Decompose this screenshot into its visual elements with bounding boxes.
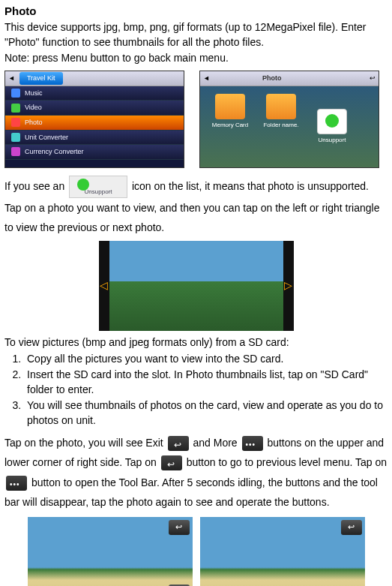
thumb-label: Folder name. (263, 121, 298, 129)
menu-item-photo: Photo (5, 116, 184, 131)
unsupport-icon (317, 109, 347, 134)
step-1: Copy all the pictures you want to view i… (24, 352, 388, 367)
next-arrow-icon: ▷ (283, 241, 294, 331)
prev-arrow-icon: ◁ (99, 241, 109, 331)
folder-icon (266, 94, 296, 119)
exit-more-paragraph: Tap on the photo, you will see Exit and … (4, 433, 388, 512)
text-fragment: button to go to previous level menu. Tap… (187, 456, 387, 468)
exit-button-icon (161, 455, 182, 470)
text-fragment: Tap on the photo, you will see Exit (4, 437, 166, 449)
exit-corner-button: ↩ (341, 520, 362, 535)
more-button-icon (242, 436, 263, 451)
sd-card-steps: Copy all the pictures you want to view i… (4, 352, 388, 428)
unit-icon (11, 133, 20, 142)
currency-icon (11, 147, 20, 156)
page-heading: Photo (4, 3, 388, 19)
step-2: Insert the SD card into the slot. In Pho… (24, 368, 388, 397)
exit-corner-button: ↩ (169, 520, 190, 535)
screenshot-toolbar: ◄ Photo ↩ (200, 71, 379, 86)
menu-list: Music Video Photo Unit Converter Currenc… (5, 86, 184, 167)
unsupport-paragraph: If you see an Unsupport icon on the list… (4, 176, 388, 238)
intro-paragraph-2: Note: press Menu button to go back main … (4, 51, 388, 66)
screenshot-photo-thumbs: ◄ Photo ↩ Memory Card Folder name. Unsup… (199, 71, 379, 168)
thumb-label: Unsupport (319, 136, 346, 144)
photo-viewer-screenshot: ◁ ▷ (99, 241, 294, 331)
video-icon (11, 104, 20, 113)
back-icon: ◄ (8, 74, 15, 83)
thumb-folder: Folder name. (259, 94, 304, 139)
photo-content (28, 517, 193, 586)
screenshot-toolbar: ◄ Travel Kit (5, 71, 184, 86)
toolbar-title: Photo (262, 74, 282, 83)
text-fragment: If you see an (4, 179, 67, 191)
screenshot-travel-kit: ◄ Travel Kit Music Video Photo Unit Conv… (4, 71, 184, 168)
screenshot-viewer-buttons: ↩ ⋯ (28, 517, 193, 586)
menu-item-video: Video (5, 101, 184, 116)
folder-icon (215, 94, 245, 119)
photo-icon (11, 118, 20, 127)
menu-label: Video (25, 103, 42, 113)
thumb-unsupport: Unsupport (310, 109, 355, 154)
thumbnail-grid: Memory Card Folder name. Unsupport (200, 86, 379, 167)
text-fragment: and More (193, 437, 240, 449)
menu-label: Photo (25, 118, 43, 128)
sd-card-intro: To view pictures (bmp and jpeg formats o… (4, 335, 388, 350)
thumb-memory-card: Memory Card (208, 94, 253, 139)
photo-content (109, 241, 283, 331)
more-button-icon (6, 476, 27, 491)
music-icon (11, 89, 20, 98)
screenshot-viewer-toolbar: ↩ ↩ + − ⛶ ⟲ ▶ ⋯ ⌄ (200, 517, 365, 586)
menu-label: Currency Converter (25, 147, 84, 157)
step-3: You will see thumbnails of photos on the… (24, 398, 388, 428)
return-icon: ↩ (370, 74, 376, 83)
toolbar-tab-label: Travel Kit (19, 72, 63, 85)
screenshots-row-bottom: ↩ ⋯ ↩ ↩ + − ⛶ ⟲ ▶ ⋯ ⌄ (4, 517, 388, 586)
exit-button-icon (168, 436, 189, 451)
screenshots-row-top: ◄ Travel Kit Music Video Photo Unit Conv… (4, 71, 388, 168)
menu-item-music: Music (5, 86, 184, 101)
back-icon: ◄ (203, 74, 210, 83)
photo-content (200, 517, 365, 586)
menu-item-unit-converter: Unit Converter (5, 131, 184, 146)
unsupport-inline-icon: Unsupport (69, 176, 127, 198)
menu-item-currency-converter: Currency Converter (5, 145, 184, 160)
text-fragment: button to open the Tool Bar. After 5 sec… (4, 476, 378, 509)
unsupport-inline-label: Unsupport (70, 186, 127, 197)
menu-label: Music (25, 89, 43, 98)
menu-label: Unit Converter (25, 133, 68, 143)
intro-paragraph-1: This device supports jpg, bmp, png, gif … (4, 20, 388, 50)
thumb-label: Memory Card (212, 121, 248, 129)
